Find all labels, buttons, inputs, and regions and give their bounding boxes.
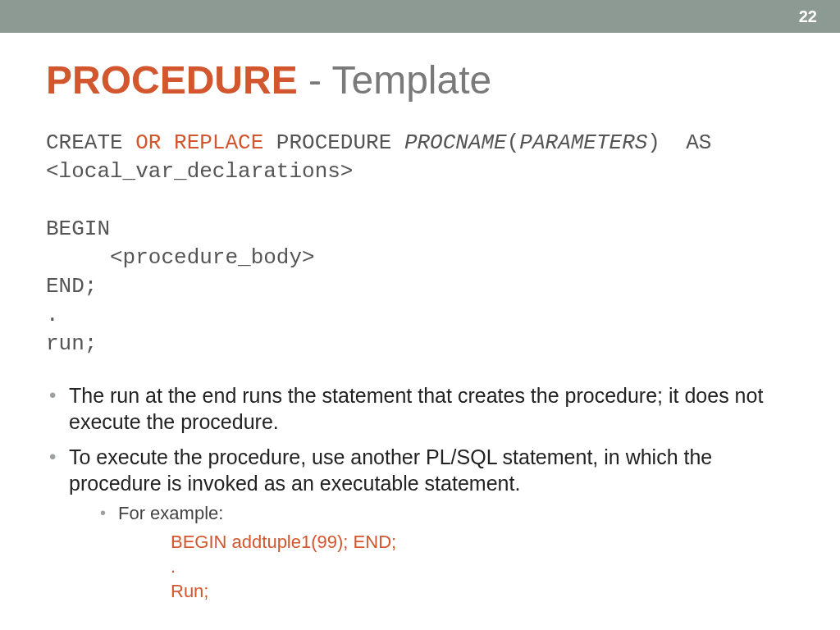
slide-top-bar: 22 (0, 0, 840, 33)
code-dot: . (46, 303, 59, 327)
title-strong: PROCEDURE (46, 58, 298, 102)
example-line-2: . (171, 555, 794, 579)
code-local-vars: <local_var_declarations> (46, 159, 353, 184)
page-number: 22 (799, 0, 817, 33)
slide-title: PROCEDURE - Template (46, 59, 794, 103)
title-rest: - Template (298, 58, 492, 102)
sub-bullet-1-text: For example: (118, 503, 223, 523)
code-template: CREATE OR REPLACE PROCEDURE PROCNAME(PAR… (46, 129, 794, 359)
bullet-list: The run at the end runs the statement th… (46, 382, 794, 604)
code-procname: PROCNAME (404, 130, 507, 155)
code-body: <procedure_body> (46, 245, 315, 270)
code-run: run; (46, 331, 97, 356)
example-block: BEGIN addtuple1(99); END; . Run; (171, 530, 794, 603)
code-end: END; (46, 274, 97, 299)
bullet-2-text: To execute the procedure, use another PL… (69, 445, 712, 495)
code-kw-procedure: PROCEDURE (263, 130, 404, 155)
bullet-2: To execute the procedure, use another PL… (46, 444, 794, 604)
code-kw-create: CREATE (46, 130, 135, 155)
example-line-3: Run; (171, 579, 794, 604)
example-line-1: BEGIN addtuple1(99); END; (171, 530, 794, 555)
sub-bullet-list: For example: BEGIN addtuple1(99); END; .… (98, 502, 794, 604)
slide-content: PROCEDURE - Template CREATE OR REPLACE P… (0, 33, 840, 603)
sub-bullet-1: For example: BEGIN addtuple1(99); END; .… (98, 502, 794, 604)
bullet-1: The run at the end runs the statement th… (46, 382, 794, 436)
code-paren-close-as: ) AS (647, 130, 711, 155)
code-kw-or-replace: OR REPLACE (135, 130, 263, 155)
code-paren-open: ( (507, 130, 520, 155)
code-parameters: PARAMETERS (519, 130, 647, 155)
code-begin: BEGIN (46, 217, 110, 241)
